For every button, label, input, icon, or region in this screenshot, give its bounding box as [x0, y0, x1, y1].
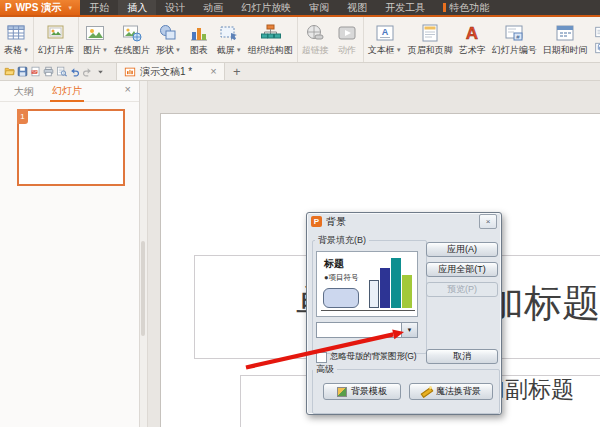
- ribbon-button-label: 组织结构图: [248, 45, 293, 56]
- document-tab-title: 演示文稿1 *: [140, 65, 192, 79]
- tab-slides[interactable]: 幻灯片: [50, 81, 84, 102]
- ribbon-button-label: 文本框▼: [368, 45, 402, 56]
- ribbon-group: 幻灯片库: [34, 17, 79, 62]
- wps-presentation-window: P WPS 演示 ▼ 开始插入设计动画幻灯片放映审阅视图开发工具特色功能 表格▼…: [0, 0, 600, 427]
- slide-thumbnail-1[interactable]: 1: [17, 109, 125, 186]
- new-tab-button[interactable]: +: [225, 63, 249, 80]
- ribbon-button-label: 动作: [338, 45, 356, 56]
- tab-outline[interactable]: 大纲: [12, 82, 36, 101]
- attachment-icon: [594, 42, 600, 54]
- svg-text:PDF: PDF: [32, 70, 38, 74]
- shapes-icon: [157, 20, 179, 45]
- more-button[interactable]: [95, 64, 106, 79]
- ribbon-button-slide-number[interactable]: #幻灯片编号: [489, 17, 540, 62]
- export-pdf-button[interactable]: PDF: [30, 64, 41, 79]
- ribbon-button-online-picture[interactable]: 在线图片: [111, 17, 153, 62]
- slide-library-icon: [45, 20, 67, 45]
- ribbon-button-header-footer[interactable]: 页眉和页脚: [405, 17, 456, 62]
- hyperlink-icon: [304, 20, 326, 45]
- ribbon-button-label: 页眉和页脚: [408, 45, 453, 56]
- checkbox-label: 忽略母版的背景图形(G): [330, 351, 416, 363]
- ribbon-button-shapes[interactable]: 形状▼: [153, 17, 184, 62]
- svg-text:A: A: [466, 24, 478, 43]
- ribbon-button-label: 幻灯片库: [38, 45, 74, 56]
- menu-tab-label: 插入: [127, 1, 147, 15]
- background-template-button[interactable]: 背景模板: [323, 383, 401, 400]
- ribbon-button-picture[interactable]: 图片▼: [80, 17, 111, 62]
- checkbox-icon[interactable]: [316, 352, 327, 363]
- ribbon-button-table[interactable]: 表格▼: [1, 17, 32, 62]
- magic-background-button[interactable]: 魔法换背景: [409, 383, 493, 400]
- ignore-master-checkbox[interactable]: 忽略母版的背景图形(G): [316, 351, 416, 363]
- ribbon-button-label: 图表: [190, 45, 208, 56]
- menu-tab-home[interactable]: 开始: [80, 0, 118, 15]
- dialog-titlebar[interactable]: P 背景 ×: [307, 213, 501, 230]
- dialog-close-button[interactable]: ×: [479, 214, 497, 229]
- apply-button[interactable]: 应用(A): [426, 242, 498, 257]
- dropdown-arrow-button[interactable]: ▼: [401, 323, 417, 337]
- menu-tab-view[interactable]: 视图: [338, 0, 376, 15]
- save-icon: [17, 66, 28, 77]
- ribbon-group: A文本框▼页眉和页脚A艺术字#幻灯片编号日期和时间对象插入附件: [364, 17, 600, 62]
- ribbon-button-datetime[interactable]: 日期和时间: [540, 17, 591, 62]
- menu-tab-insert[interactable]: 插入: [118, 0, 156, 15]
- screenshot-icon: [218, 20, 240, 45]
- background-fill-dropdown[interactable]: ▼: [316, 322, 418, 338]
- ribbon-button-textbox[interactable]: A文本框▼: [365, 17, 405, 62]
- menu-tab-review[interactable]: 审阅: [300, 0, 338, 15]
- apply-all-button[interactable]: 应用全部(T): [426, 262, 498, 277]
- print-preview-button[interactable]: [56, 64, 67, 79]
- menu-tabs: 开始插入设计动画幻灯片放映审阅视图开发工具特色功能: [80, 0, 498, 15]
- menu-tab-design[interactable]: 设计: [156, 0, 194, 15]
- menu-tab-slideshow[interactable]: 幻灯片放映: [232, 0, 300, 15]
- chart-icon: [188, 20, 210, 45]
- menu-tab-label: 幻灯片放映: [241, 1, 291, 15]
- preview-rounded-rect: [323, 288, 359, 308]
- ribbon-button-orgchart[interactable]: 组织结构图: [245, 17, 296, 62]
- table-icon: [5, 20, 27, 45]
- app-title: WPS 演示: [16, 3, 62, 13]
- menu-tab-label: 审阅: [309, 1, 329, 15]
- menu-tab-animation[interactable]: 动画: [194, 0, 232, 15]
- print-button[interactable]: [43, 64, 54, 79]
- ribbon-button-wordart[interactable]: A艺术字: [456, 17, 489, 62]
- wordart-icon: A: [461, 20, 483, 45]
- panel-scrollbar[interactable]: [140, 81, 148, 427]
- slides-panel: 大纲 幻灯片 × 1: [0, 81, 140, 427]
- open-folder-icon: [4, 66, 15, 77]
- scrollbar-thumb[interactable]: [141, 241, 145, 336]
- chevron-down-icon: ▼: [396, 45, 402, 56]
- menu-tab-label: 设计: [165, 1, 185, 15]
- undo-button[interactable]: [69, 64, 80, 79]
- close-panel-icon[interactable]: ×: [125, 83, 131, 95]
- slide-number-badge: 1: [17, 109, 28, 124]
- special-accent-bar: [443, 3, 446, 12]
- open-button[interactable]: [4, 64, 15, 79]
- menu-tab-label: 特色功能: [449, 1, 489, 15]
- menu-tab-special-features[interactable]: 特色功能: [434, 0, 498, 15]
- magic-wand-icon: [421, 386, 432, 397]
- ribbon-button-insert-attachment[interactable]: 插入附件: [594, 41, 600, 54]
- close-tab-icon[interactable]: ×: [210, 66, 216, 77]
- svg-text:A: A: [382, 27, 389, 37]
- ribbon-button-object[interactable]: 对象: [594, 25, 600, 38]
- ribbon-stack: 对象插入附件: [591, 17, 600, 62]
- cancel-button[interactable]: 取消: [426, 349, 498, 364]
- preview-bullet-text: ●项目符号: [324, 273, 359, 283]
- sidebar-tabs: 大纲 幻灯片 ×: [0, 81, 139, 102]
- menu-tab-devtools[interactable]: 开发工具: [376, 0, 434, 15]
- ribbon-button-label: 图片▼: [83, 45, 108, 56]
- app-menu-button[interactable]: P WPS 演示 ▼: [0, 0, 80, 15]
- redo-button[interactable]: [82, 64, 93, 79]
- more-dropdown-icon: [95, 66, 106, 77]
- wps-dialog-icon: P: [311, 216, 322, 227]
- ribbon-button-screenshot[interactable]: 截屏▼: [214, 17, 245, 62]
- chevron-down-icon: ▼: [67, 5, 73, 11]
- dialog-title: 背景: [326, 215, 346, 229]
- save-button[interactable]: [17, 64, 28, 79]
- ribbon-button-chart[interactable]: 图表: [184, 17, 214, 62]
- document-tab[interactable]: 演示文稿1 * ×: [116, 63, 225, 80]
- menu-tab-label: 开始: [89, 1, 109, 15]
- ribbon-button-slide-library[interactable]: 幻灯片库: [35, 17, 77, 62]
- ribbon-button-label: 形状▼: [156, 45, 181, 56]
